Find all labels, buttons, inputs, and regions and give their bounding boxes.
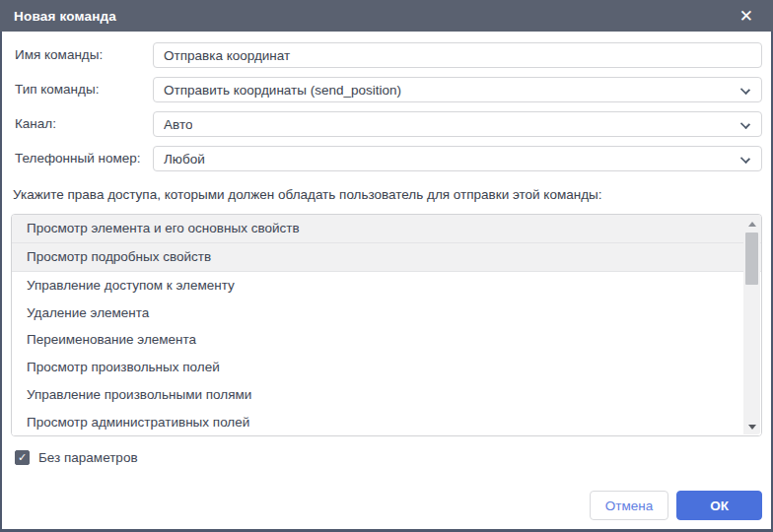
no-params-label: Без параметров — [38, 450, 138, 465]
list-scrollbar[interactable] — [743, 216, 760, 434]
dialog-title: Новая команда — [14, 9, 116, 24]
permission-item[interactable]: Управление доступом к элементу — [12, 272, 761, 299]
chevron-down-icon — [740, 154, 750, 164]
channel-value: Авто — [164, 117, 192, 132]
ok-button[interactable]: ОК — [676, 491, 762, 520]
cancel-button[interactable]: Отмена — [590, 491, 668, 520]
permission-label: Просмотр административных полей — [27, 415, 249, 430]
form-row-command-type: Тип команды: Отправить координаты (send_… — [13, 77, 762, 102]
checkmark-icon: ✓ — [18, 452, 27, 463]
command-type-select[interactable]: Отправить координаты (send_position) — [153, 77, 762, 102]
no-params-row[interactable]: ✓ Без параметров — [15, 449, 138, 465]
phone-number-label: Телефонный номер: — [15, 146, 140, 171]
phone-number-select[interactable]: Любой — [153, 146, 762, 171]
permission-label: Переименование элемента — [27, 332, 196, 347]
scrollbar-thumb[interactable] — [745, 233, 758, 285]
command-name-input[interactable] — [153, 42, 762, 68]
permissions-instruction: Укажите права доступа, которыми должен о… — [13, 187, 762, 202]
scroll-down-icon[interactable] — [743, 419, 760, 434]
close-icon[interactable]: ✕ — [734, 6, 759, 27]
new-command-dialog: Новая команда ✕ Имя команды: Тип команды… — [0, 0, 773, 532]
scroll-up-icon[interactable] — [743, 216, 760, 232]
permission-item[interactable]: Просмотр произвольных полей — [12, 354, 761, 381]
permission-label: Удаление элемента — [27, 305, 149, 320]
permission-item[interactable]: Удаление элемента — [12, 299, 761, 326]
permission-item[interactable]: Просмотр административных полей — [12, 408, 761, 435]
channel-select[interactable]: Авто — [153, 111, 762, 137]
chevron-down-icon — [740, 119, 750, 129]
permissions-listbox: Просмотр элемента и его основных свойств… — [11, 214, 762, 436]
command-type-label: Тип команды: — [15, 77, 99, 102]
permission-label: Просмотр элемента и его основных свойств — [27, 221, 300, 235]
permission-label: Просмотр произвольных полей — [27, 360, 220, 374]
command-type-value: Отправить координаты (send_position) — [164, 83, 401, 98]
chevron-down-icon — [740, 85, 750, 95]
no-params-checkbox[interactable]: ✓ — [15, 450, 30, 465]
form-row-command-name: Имя команды: — [13, 42, 762, 68]
permission-item[interactable]: Управление произвольными полями — [12, 381, 761, 409]
permission-item[interactable]: Просмотр подробных свойств — [12, 243, 761, 272]
form-row-phone-number: Телефонный номер: Любой — [13, 146, 762, 171]
channel-label: Канал: — [15, 111, 56, 137]
permission-label: Просмотр подробных свойств — [27, 249, 211, 264]
command-name-label: Имя команды: — [15, 42, 103, 68]
permission-label: Управление произвольными полями — [27, 387, 251, 402]
dialog-titlebar: Новая команда ✕ — [0, 0, 773, 32]
permission-item[interactable]: Просмотр элемента и его основных свойств — [12, 215, 761, 243]
permission-item[interactable]: Переименование элемента — [12, 326, 761, 354]
permission-label: Управление доступом к элементу — [27, 278, 235, 293]
phone-number-value: Любой — [164, 152, 205, 166]
form-row-channel: Канал: Авто — [13, 111, 762, 137]
